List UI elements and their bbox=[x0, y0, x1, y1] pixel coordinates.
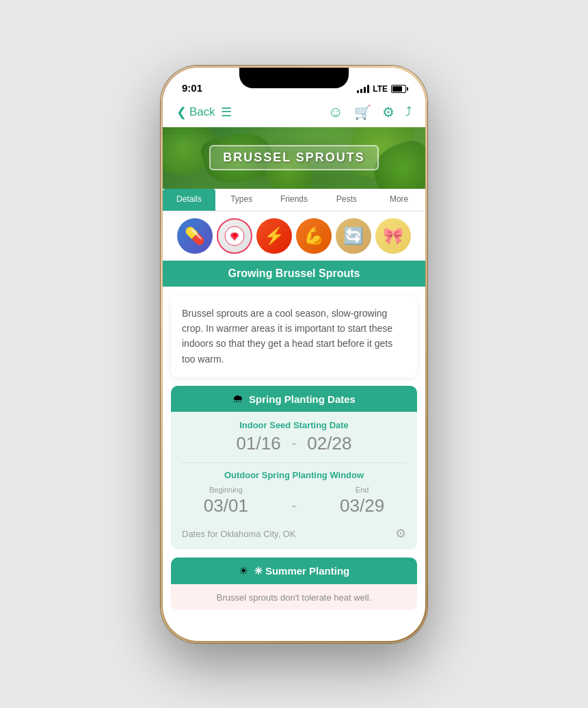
outdoor-planting-label: Outdoor Spring Planting Window bbox=[182, 470, 406, 480]
hero-title: BRUSSEL SPROUTS bbox=[223, 150, 365, 164]
cycle-icon[interactable]: 🔄 bbox=[336, 218, 371, 254]
strength-icon[interactable]: 💪 bbox=[296, 218, 332, 254]
indoor-end-date: 02/28 bbox=[307, 433, 351, 454]
location-settings-icon[interactable]: ⚙ bbox=[395, 526, 406, 541]
description-text: Brussel sprouts are a cool season, slow-… bbox=[182, 306, 406, 367]
growing-section-header: Growing Brussel Sprouts bbox=[163, 261, 425, 287]
energy-icon[interactable]: ⚡ bbox=[256, 218, 292, 254]
outdoor-end-group: End 03/29 bbox=[340, 486, 384, 516]
beginning-label: Beginning bbox=[204, 486, 248, 494]
hero-image: BRUSSEL SPROUTS bbox=[163, 127, 425, 189]
back-chevron-icon: ❮ bbox=[176, 105, 187, 120]
spring-planting-title: Spring Planting Dates bbox=[249, 393, 356, 405]
indoor-seed-dates: 01/16 - 02/28 bbox=[182, 433, 406, 454]
summer-planting-title: ☀ Summer Planting bbox=[254, 565, 350, 577]
cloud-rain-icon: 🌧 bbox=[232, 393, 243, 405]
cart-icon[interactable]: 🛒 bbox=[354, 104, 371, 120]
tab-bar: Details Types Friends Pests More bbox=[163, 189, 425, 211]
description-card: Brussel sprouts are a cool season, slow-… bbox=[171, 295, 417, 378]
outdoor-separator: - bbox=[292, 486, 297, 514]
ribbon-icon[interactable]: 🎀 bbox=[375, 218, 411, 254]
status-icons: LTE bbox=[357, 84, 406, 94]
outdoor-end-date: 03/29 bbox=[340, 495, 384, 516]
outdoor-dates-row: Beginning 03/01 - End 03/29 bbox=[182, 486, 406, 516]
divider bbox=[182, 462, 406, 463]
tab-types[interactable]: Types bbox=[215, 189, 268, 211]
smiley-icon[interactable]: ☺ bbox=[328, 103, 343, 121]
back-label: Back bbox=[189, 105, 215, 119]
share-icon[interactable]: ⤴ bbox=[405, 105, 412, 119]
nutrition-icon[interactable]: 💊 bbox=[177, 218, 213, 254]
tab-details[interactable]: Details bbox=[163, 189, 215, 211]
indoor-seed-label: Indoor Seed Starting Date bbox=[182, 420, 406, 430]
menu-icon[interactable]: ☰ bbox=[221, 105, 232, 120]
summer-planting-section: ☀ ☀ Summer Planting Brussel sprouts don'… bbox=[171, 558, 417, 610]
icons-row: 💊 ⚡ 💪 🔄 🎀 bbox=[163, 211, 425, 261]
tab-friends[interactable]: Friends bbox=[268, 189, 321, 211]
settings-icon[interactable]: ⚙ bbox=[382, 104, 395, 120]
tab-more[interactable]: More bbox=[373, 189, 425, 211]
status-time: 9:01 bbox=[182, 82, 202, 94]
lte-label: LTE bbox=[373, 84, 388, 94]
battery-icon bbox=[391, 85, 406, 93]
section-header-title: Growing Brussel Sprouts bbox=[228, 267, 360, 279]
outdoor-start-date: 03/01 bbox=[204, 495, 248, 516]
indoor-date-separator: - bbox=[292, 436, 297, 451]
summer-planting-body: Brussel sprouts don't tolerate heat well… bbox=[171, 584, 417, 610]
summer-planting-text: Brussel sprouts don't tolerate heat well… bbox=[217, 592, 372, 603]
health-icon[interactable] bbox=[217, 218, 252, 254]
location-text: Dates for Oklahoma City, OK bbox=[182, 529, 296, 539]
outdoor-start-group: Beginning 03/01 bbox=[204, 486, 248, 516]
hero-title-box: BRUSSEL SPROUTS bbox=[209, 145, 379, 170]
spring-planting-section: 🌧 Spring Planting Dates Indoor Seed Star… bbox=[171, 386, 417, 549]
phone-screen: 9:01 LTE ❮ Back ☰ bbox=[163, 68, 425, 641]
spring-planting-body: Indoor Seed Starting Date 01/16 - 02/28 … bbox=[171, 412, 417, 549]
content-area: 💊 ⚡ 💪 🔄 🎀 Growing Brussel Sprouts bbox=[163, 211, 425, 636]
end-label: End bbox=[340, 486, 384, 494]
battery-fill bbox=[392, 86, 402, 92]
sun-icon: ☀ bbox=[239, 564, 248, 577]
tab-pests[interactable]: Pests bbox=[320, 189, 373, 211]
indoor-start-date: 01/16 bbox=[237, 433, 281, 454]
phone-frame: 9:01 LTE ❮ Back ☰ bbox=[161, 66, 427, 643]
signal-bars-icon bbox=[357, 85, 369, 93]
notch bbox=[239, 68, 349, 88]
back-button[interactable]: ❮ Back bbox=[176, 105, 215, 120]
spring-planting-header: 🌧 Spring Planting Dates bbox=[171, 386, 417, 412]
location-row: Dates for Oklahoma City, OK ⚙ bbox=[182, 523, 406, 541]
nav-bar: ❮ Back ☰ ☺ 🛒 ⚙ ⤴ bbox=[163, 98, 425, 127]
nav-left: ❮ Back ☰ bbox=[176, 105, 232, 120]
nav-right: ☺ 🛒 ⚙ ⤴ bbox=[328, 103, 412, 121]
summer-planting-header: ☀ ☀ Summer Planting bbox=[171, 558, 417, 584]
